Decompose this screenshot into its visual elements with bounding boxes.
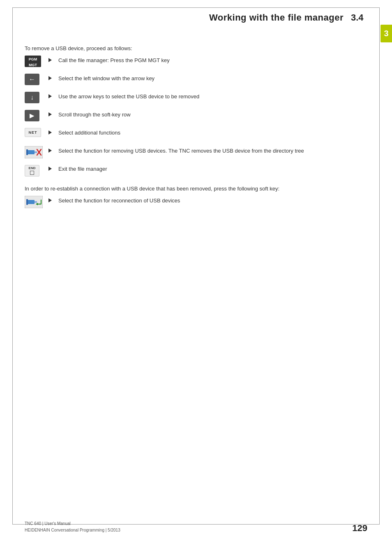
step-item: Select the function for removing USB dev…	[25, 146, 363, 161]
footer-left: TNC 640 | User's Manual HEIDENHAIN Conve…	[25, 520, 120, 534]
step-item: ↓ Use the arrow keys to select the USB d…	[25, 92, 363, 107]
step-arrow	[48, 74, 55, 81]
step-arrow	[48, 129, 55, 135]
chapter-number: 3	[384, 29, 388, 38]
arrow-left-button-icon: ←	[25, 74, 39, 85]
step-arrow	[48, 111, 55, 117]
svg-rect-3	[26, 149, 28, 155]
arrow-left-icon: ←	[25, 74, 44, 85]
intro-text: To remove a USB device, proceed as follo…	[25, 45, 363, 51]
arrow-down-icon: ↓	[25, 92, 44, 103]
end-icon: END	[25, 164, 44, 176]
step-arrow	[48, 56, 55, 63]
svg-rect-9	[26, 199, 28, 205]
reconnect-intro: In order to re-establish a connection wi…	[25, 186, 363, 192]
step-arrow	[48, 165, 55, 172]
reconnect-section: In order to re-establish a connection wi…	[25, 186, 363, 211]
step-text: Select additional functions	[58, 128, 363, 137]
pgm-mgt-button-icon: PGMMGT	[25, 56, 41, 67]
reconnect-step-text: Select the function for reconnection of …	[58, 196, 363, 205]
step-text: Call the file manager: Press the PGM MGT…	[58, 56, 363, 65]
usb-reconnect-svg	[25, 196, 43, 208]
section-number: 3.4	[351, 12, 367, 23]
svg-rect-7	[27, 200, 35, 204]
pgm-mgt-icon: PGMMGT	[25, 56, 44, 67]
footer-line1: TNC 640 | User's Manual	[25, 520, 120, 527]
net-icon: NET	[25, 128, 44, 137]
arrow-down-button-icon: ↓	[25, 92, 39, 103]
usb-remove-icon	[25, 146, 44, 160]
play-button-icon: ▶	[25, 110, 39, 121]
footer-line2: HEIDENHAIN Conversational Programming | …	[25, 527, 120, 534]
step-arrow	[48, 197, 55, 203]
page-border-right	[379, 7, 380, 525]
step-item: ▶ Scroll through the soft-key row	[25, 110, 363, 125]
page-header: Working with the file manager 3.4	[25, 12, 367, 23]
step-text: Scroll through the soft-key row	[58, 110, 363, 119]
page-border-left	[12, 7, 13, 525]
chapter-tab: 3	[380, 25, 392, 42]
main-content: To remove a USB device, proceed as follo…	[25, 45, 363, 214]
svg-rect-1	[27, 150, 35, 154]
step-text: Exit the file manager	[58, 164, 363, 173]
step-item: NET Select additional functions	[25, 128, 363, 143]
svg-rect-2	[35, 151, 37, 153]
step-item: ← Select the left window with the arrow …	[25, 74, 363, 88]
play-icon: ▶	[25, 110, 44, 121]
step-text: Select the left window with the arrow ke…	[58, 74, 363, 83]
usb-remove-svg	[25, 146, 43, 158]
steps-list: PGMMGT Call the file manager: Press the …	[25, 56, 363, 179]
step-arrow	[48, 93, 55, 99]
page-border-top	[12, 7, 380, 8]
page-title: Working with the file manager	[209, 12, 344, 23]
end-button-icon: END	[25, 165, 39, 176]
page-footer: TNC 640 | User's Manual HEIDENHAIN Conve…	[25, 520, 367, 534]
step-text: Use the arrow keys to select the USB dev…	[58, 92, 363, 101]
svg-rect-8	[35, 201, 37, 203]
net-button-icon: NET	[25, 128, 41, 137]
step-text: Select the function for removing USB dev…	[58, 146, 363, 155]
step-item: PGMMGT Call the file manager: Press the …	[25, 56, 363, 70]
reconnect-step: Select the function for reconnection of …	[25, 196, 363, 211]
usb-reconnect-icon	[25, 196, 44, 209]
step-arrow	[48, 147, 55, 153]
step-item: END Exit the file manager	[25, 164, 363, 179]
page-number: 129	[352, 523, 367, 534]
